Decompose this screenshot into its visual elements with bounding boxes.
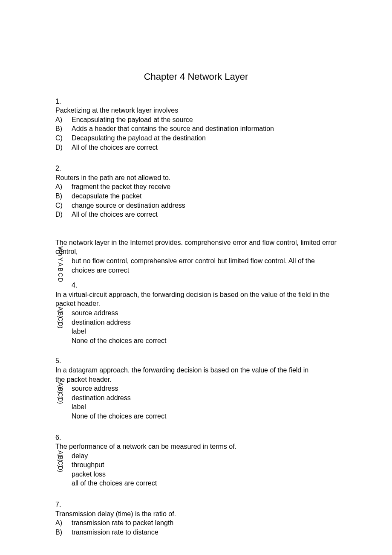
q3-vertical-labels: W h Y A B C D — [58, 247, 64, 282]
question-3: The network layer in the Internet provid… — [55, 238, 337, 275]
q2-number: 2. — [55, 164, 337, 173]
option-letter: D) — [55, 143, 72, 152]
q2-text: Routers in the path are not allowed to. — [55, 173, 337, 183]
vertical-label: D) — [58, 398, 63, 404]
question-7: 7. Transmission delay (time) is the rati… — [55, 500, 337, 537]
q1-option-b: B) Adds a header that contains the sourc… — [55, 124, 337, 134]
option-text: Encapsulating the payload at the source — [72, 115, 337, 125]
q3-text-line2: but no flow control, comprehensive error… — [55, 256, 337, 275]
vertical-label: D) — [58, 466, 63, 472]
q6-option-c: packet loss — [55, 470, 337, 479]
q4-option-a: source address — [55, 308, 337, 318]
option-letter: B) — [55, 124, 72, 134]
question-1: 1. Packetizing at the network layer invo… — [55, 97, 337, 152]
q1-option-d: D) All of the choices are correct — [55, 143, 337, 152]
option-letter: C) — [55, 201, 72, 210]
q7-option-a: A) transmission rate to packet length — [55, 518, 337, 528]
q6-text: The performance of a network can be meas… — [55, 442, 337, 451]
q4-text: In a virtual-circuit approach, the forwa… — [55, 291, 329, 308]
question-2: 2. Routers in the path are not allowed t… — [55, 164, 337, 219]
q1-text: Packetizing at the network layer involve… — [55, 106, 337, 115]
option-text: All of the choices are correct — [72, 143, 337, 152]
q2-option-c: C) change source or destination address — [55, 201, 337, 210]
q7-text: Transmission delay (time) is the ratio o… — [55, 509, 337, 519]
q5-number: 5. — [55, 356, 337, 366]
q4-option-d: None of the choices are correct — [55, 336, 337, 346]
q2-option-a: A) fragment the packet they receive — [55, 182, 337, 192]
option-text: decapsulate the packet — [72, 192, 337, 201]
option-text: fragment the packet they receive — [72, 182, 337, 192]
q1-number: 1. — [55, 97, 337, 106]
option-letter: A) — [55, 115, 72, 125]
option-letter: A) — [55, 518, 72, 528]
option-text: transmission rate to distance — [72, 528, 337, 537]
q5-text-line1: In a datagram approach, the forwarding d… — [55, 366, 337, 375]
q2-option-d: D) All of the choices are correct — [55, 210, 337, 219]
q5-option-a: source address — [55, 384, 337, 393]
option-text: Decapsulating the payload at the destina… — [72, 134, 337, 143]
q4-number: 4. — [55, 281, 337, 290]
option-text: All of the choices are correct — [72, 210, 337, 219]
option-letter: C) — [55, 134, 72, 143]
q6-option-b: throughput — [55, 460, 337, 470]
q2-option-b: B) decapsulate the packet — [55, 192, 337, 201]
option-letter: D) — [55, 210, 72, 219]
q4-vertical-labels: A) B) C) D) — [58, 307, 64, 328]
q5-option-b: destination address — [55, 393, 337, 403]
q6-option-d: all of the choices are correct — [55, 479, 337, 488]
q1-option-c: C) Decapsulating the payload at the dest… — [55, 134, 337, 143]
option-letter: B) — [55, 528, 72, 537]
q6-option-a: delay — [55, 451, 337, 461]
q5-vertical-labels: A) B) C) D) — [58, 383, 64, 403]
q5-option-c: label — [55, 402, 337, 412]
vertical-label: D) — [58, 322, 63, 328]
q4-option-c: label — [55, 327, 337, 336]
question-6: 6. The performance of a network can be m… — [55, 433, 337, 488]
q6-number: 6. — [55, 433, 337, 442]
option-text: change source or destination address — [72, 201, 337, 210]
option-text: Adds a header that contains the source a… — [72, 124, 337, 134]
q7-option-b: B) transmission rate to distance — [55, 528, 337, 537]
question-4: 4. In a virtual-circuit approach, the fo… — [55, 281, 337, 345]
q7-number: 7. — [55, 500, 337, 509]
question-5: 5. In a datagram approach, the forwardin… — [55, 356, 337, 421]
q5-option-d: None of the choices are correct — [55, 412, 337, 421]
option-letter: A) — [55, 182, 72, 192]
option-text: transmission rate to packet length — [72, 518, 337, 528]
option-letter: B) — [55, 192, 72, 201]
q1-option-a: A) Encapsulating the payload at the sour… — [55, 115, 337, 125]
q4-option-b: destination address — [55, 318, 337, 327]
page-title: Chapter 4 Network Layer — [55, 70, 337, 83]
q3-text-line1: The network layer in the Internet provid… — [55, 238, 337, 256]
q6-vertical-labels: A) B) C) D) — [58, 451, 64, 471]
q5-text-line2: the packet header. — [55, 375, 337, 384]
